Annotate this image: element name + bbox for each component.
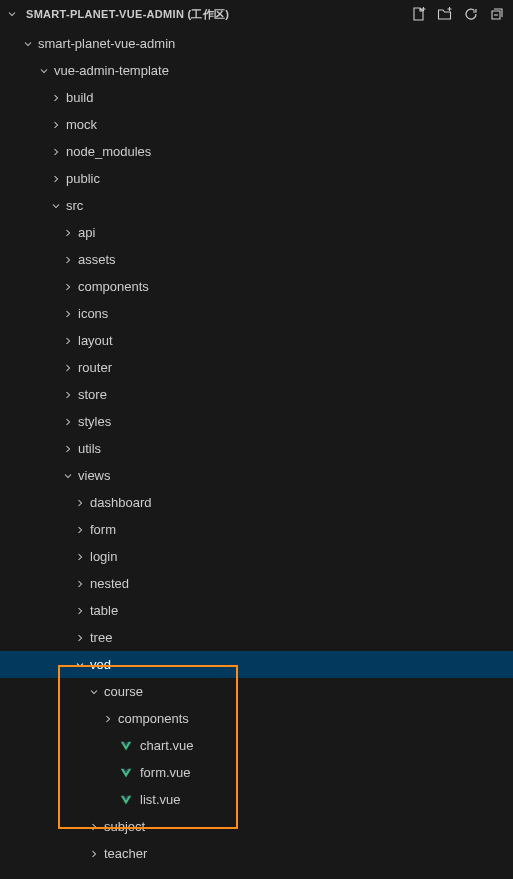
tree-label: mock [66, 117, 97, 132]
chevron-down-icon [4, 6, 20, 22]
tree-label: subject [104, 819, 145, 834]
tree-label: form.vue [140, 765, 191, 780]
folder-nested[interactable]: nested [0, 570, 513, 597]
tree-label: styles [78, 414, 111, 429]
new-folder-icon[interactable] [437, 6, 453, 22]
file-tree: smart-planet-vue-admin vue-admin-templat… [0, 28, 513, 867]
folder-course[interactable]: course [0, 678, 513, 705]
folder-styles[interactable]: styles [0, 408, 513, 435]
folder-vod[interactable]: vod [0, 651, 513, 678]
chevron-right-icon [72, 576, 88, 592]
folder-vue-admin-template[interactable]: vue-admin-template [0, 57, 513, 84]
collapse-all-icon[interactable] [489, 6, 505, 22]
folder-subject[interactable]: subject [0, 813, 513, 840]
chevron-right-icon [48, 117, 64, 133]
tree-label: utils [78, 441, 101, 456]
tree-label: build [66, 90, 93, 105]
folder-mock[interactable]: mock [0, 111, 513, 138]
chevron-right-icon [60, 414, 76, 430]
header-left[interactable]: SMART-PLANET-VUE-ADMIN (工作区) [4, 6, 411, 22]
folder-store[interactable]: store [0, 381, 513, 408]
tree-label: chart.vue [140, 738, 193, 753]
folder-components[interactable]: components [0, 273, 513, 300]
folder-table[interactable]: table [0, 597, 513, 624]
header-actions [411, 6, 505, 22]
chevron-right-icon [86, 819, 102, 835]
chevron-right-icon [60, 387, 76, 403]
chevron-down-icon [48, 198, 64, 214]
tree-label: icons [78, 306, 108, 321]
tree-label: vue-admin-template [54, 63, 169, 78]
tree-label: teacher [104, 846, 147, 861]
chevron-right-icon [60, 252, 76, 268]
folder-api[interactable]: api [0, 219, 513, 246]
chevron-right-icon [60, 306, 76, 322]
folder-utils[interactable]: utils [0, 435, 513, 462]
folder-form[interactable]: form [0, 516, 513, 543]
tree-label: list.vue [140, 792, 180, 807]
tree-label: router [78, 360, 112, 375]
chevron-right-icon [48, 90, 64, 106]
explorer-header: SMART-PLANET-VUE-ADMIN (工作区) [0, 0, 513, 28]
chevron-right-icon [48, 144, 64, 160]
folder-assets[interactable]: assets [0, 246, 513, 273]
tree-label: public [66, 171, 100, 186]
chevron-down-icon [36, 63, 52, 79]
tree-label: store [78, 387, 107, 402]
tree-label: table [90, 603, 118, 618]
tree-label: dashboard [90, 495, 151, 510]
folder-smart-planet-vue-admin[interactable]: smart-planet-vue-admin [0, 30, 513, 57]
file-chart-vue[interactable]: chart.vue [0, 732, 513, 759]
chevron-right-icon [72, 630, 88, 646]
chevron-right-icon [72, 549, 88, 565]
folder-public[interactable]: public [0, 165, 513, 192]
folder-router[interactable]: router [0, 354, 513, 381]
folder-build[interactable]: build [0, 84, 513, 111]
tree-label: node_modules [66, 144, 151, 159]
file-form-vue[interactable]: form.vue [0, 759, 513, 786]
tree-label: assets [78, 252, 116, 267]
folder-dashboard[interactable]: dashboard [0, 489, 513, 516]
new-file-icon[interactable] [411, 6, 427, 22]
folder-node-modules[interactable]: node_modules [0, 138, 513, 165]
chevron-right-icon [60, 441, 76, 457]
tree-label: api [78, 225, 95, 240]
chevron-down-icon [60, 468, 76, 484]
folder-icons[interactable]: icons [0, 300, 513, 327]
chevron-down-icon [72, 657, 88, 673]
workspace-title: SMART-PLANET-VUE-ADMIN (工作区) [26, 7, 229, 22]
vue-icon [118, 792, 134, 808]
tree-label: views [78, 468, 111, 483]
chevron-right-icon [72, 522, 88, 538]
chevron-right-icon [72, 603, 88, 619]
folder-course-components[interactable]: components [0, 705, 513, 732]
tree-label: form [90, 522, 116, 537]
chevron-down-icon [20, 36, 36, 52]
folder-layout[interactable]: layout [0, 327, 513, 354]
chevron-right-icon [86, 846, 102, 862]
tree-label: layout [78, 333, 113, 348]
vue-icon [118, 738, 134, 754]
tree-label: components [78, 279, 149, 294]
chevron-down-icon [86, 684, 102, 700]
chevron-right-icon [48, 171, 64, 187]
folder-src[interactable]: src [0, 192, 513, 219]
tree-label: src [66, 198, 83, 213]
refresh-icon[interactable] [463, 6, 479, 22]
tree-label: tree [90, 630, 112, 645]
tree-label: components [118, 711, 189, 726]
chevron-right-icon [60, 225, 76, 241]
folder-tree[interactable]: tree [0, 624, 513, 651]
tree-label: vod [90, 657, 111, 672]
folder-teacher[interactable]: teacher [0, 840, 513, 867]
vue-icon [118, 765, 134, 781]
chevron-right-icon [100, 711, 116, 727]
folder-login[interactable]: login [0, 543, 513, 570]
chevron-right-icon [60, 333, 76, 349]
file-list-vue[interactable]: list.vue [0, 786, 513, 813]
tree-label: course [104, 684, 143, 699]
folder-views[interactable]: views [0, 462, 513, 489]
tree-label: nested [90, 576, 129, 591]
tree-label: login [90, 549, 117, 564]
chevron-right-icon [72, 495, 88, 511]
